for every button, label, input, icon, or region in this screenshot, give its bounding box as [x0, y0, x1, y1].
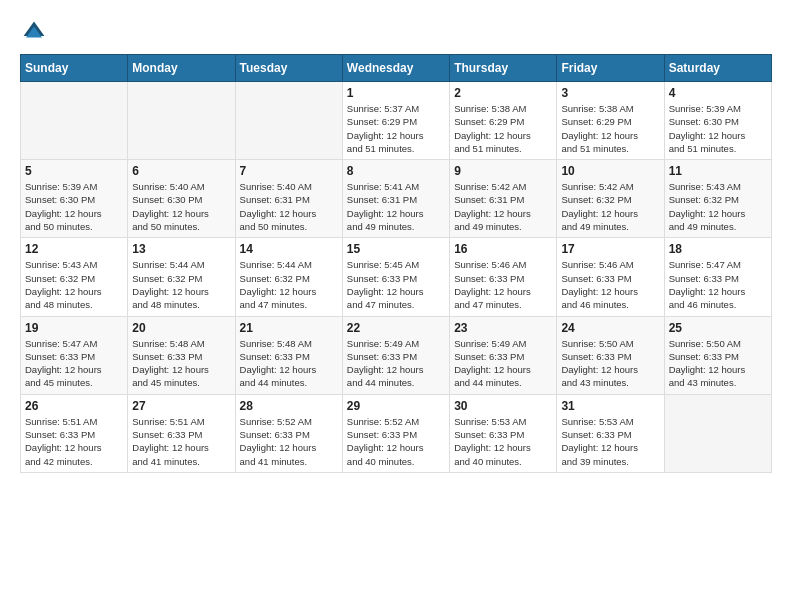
- calendar-cell: [21, 82, 128, 160]
- day-number: 24: [561, 321, 659, 335]
- day-info: Sunrise: 5:42 AM Sunset: 6:32 PM Dayligh…: [561, 180, 659, 233]
- weekday-header-tuesday: Tuesday: [235, 55, 342, 82]
- calendar-cell: 7Sunrise: 5:40 AM Sunset: 6:31 PM Daylig…: [235, 160, 342, 238]
- calendar-cell: 17Sunrise: 5:46 AM Sunset: 6:33 PM Dayli…: [557, 238, 664, 316]
- day-info: Sunrise: 5:38 AM Sunset: 6:29 PM Dayligh…: [561, 102, 659, 155]
- day-info: Sunrise: 5:43 AM Sunset: 6:32 PM Dayligh…: [25, 258, 123, 311]
- calendar-cell: 9Sunrise: 5:42 AM Sunset: 6:31 PM Daylig…: [450, 160, 557, 238]
- calendar-cell: 24Sunrise: 5:50 AM Sunset: 6:33 PM Dayli…: [557, 316, 664, 394]
- day-number: 25: [669, 321, 767, 335]
- calendar-cell: 15Sunrise: 5:45 AM Sunset: 6:33 PM Dayli…: [342, 238, 449, 316]
- day-number: 28: [240, 399, 338, 413]
- day-number: 12: [25, 242, 123, 256]
- day-number: 14: [240, 242, 338, 256]
- day-info: Sunrise: 5:51 AM Sunset: 6:33 PM Dayligh…: [132, 415, 230, 468]
- weekday-header-monday: Monday: [128, 55, 235, 82]
- day-info: Sunrise: 5:46 AM Sunset: 6:33 PM Dayligh…: [561, 258, 659, 311]
- day-info: Sunrise: 5:48 AM Sunset: 6:33 PM Dayligh…: [132, 337, 230, 390]
- calendar-cell: 8Sunrise: 5:41 AM Sunset: 6:31 PM Daylig…: [342, 160, 449, 238]
- day-info: Sunrise: 5:50 AM Sunset: 6:33 PM Dayligh…: [669, 337, 767, 390]
- day-info: Sunrise: 5:46 AM Sunset: 6:33 PM Dayligh…: [454, 258, 552, 311]
- calendar-cell: [664, 394, 771, 472]
- day-info: Sunrise: 5:52 AM Sunset: 6:33 PM Dayligh…: [240, 415, 338, 468]
- day-info: Sunrise: 5:53 AM Sunset: 6:33 PM Dayligh…: [454, 415, 552, 468]
- day-number: 10: [561, 164, 659, 178]
- day-number: 4: [669, 86, 767, 100]
- calendar-cell: 12Sunrise: 5:43 AM Sunset: 6:32 PM Dayli…: [21, 238, 128, 316]
- calendar-cell: 3Sunrise: 5:38 AM Sunset: 6:29 PM Daylig…: [557, 82, 664, 160]
- calendar-cell: 2Sunrise: 5:38 AM Sunset: 6:29 PM Daylig…: [450, 82, 557, 160]
- calendar-cell: 18Sunrise: 5:47 AM Sunset: 6:33 PM Dayli…: [664, 238, 771, 316]
- day-number: 5: [25, 164, 123, 178]
- calendar-cell: 27Sunrise: 5:51 AM Sunset: 6:33 PM Dayli…: [128, 394, 235, 472]
- calendar-cell: 22Sunrise: 5:49 AM Sunset: 6:33 PM Dayli…: [342, 316, 449, 394]
- day-info: Sunrise: 5:50 AM Sunset: 6:33 PM Dayligh…: [561, 337, 659, 390]
- day-info: Sunrise: 5:38 AM Sunset: 6:29 PM Dayligh…: [454, 102, 552, 155]
- day-info: Sunrise: 5:39 AM Sunset: 6:30 PM Dayligh…: [669, 102, 767, 155]
- day-number: 21: [240, 321, 338, 335]
- day-number: 11: [669, 164, 767, 178]
- calendar-week-row: 26Sunrise: 5:51 AM Sunset: 6:33 PM Dayli…: [21, 394, 772, 472]
- calendar-cell: 23Sunrise: 5:49 AM Sunset: 6:33 PM Dayli…: [450, 316, 557, 394]
- logo: [20, 20, 46, 44]
- day-number: 17: [561, 242, 659, 256]
- day-number: 23: [454, 321, 552, 335]
- day-number: 31: [561, 399, 659, 413]
- day-number: 7: [240, 164, 338, 178]
- calendar-cell: 4Sunrise: 5:39 AM Sunset: 6:30 PM Daylig…: [664, 82, 771, 160]
- calendar-cell: 31Sunrise: 5:53 AM Sunset: 6:33 PM Dayli…: [557, 394, 664, 472]
- day-number: 26: [25, 399, 123, 413]
- calendar-cell: 21Sunrise: 5:48 AM Sunset: 6:33 PM Dayli…: [235, 316, 342, 394]
- weekday-header-wednesday: Wednesday: [342, 55, 449, 82]
- day-number: 16: [454, 242, 552, 256]
- day-info: Sunrise: 5:52 AM Sunset: 6:33 PM Dayligh…: [347, 415, 445, 468]
- day-info: Sunrise: 5:40 AM Sunset: 6:31 PM Dayligh…: [240, 180, 338, 233]
- calendar-cell: 13Sunrise: 5:44 AM Sunset: 6:32 PM Dayli…: [128, 238, 235, 316]
- day-info: Sunrise: 5:44 AM Sunset: 6:32 PM Dayligh…: [132, 258, 230, 311]
- calendar-cell: 25Sunrise: 5:50 AM Sunset: 6:33 PM Dayli…: [664, 316, 771, 394]
- calendar-cell: 1Sunrise: 5:37 AM Sunset: 6:29 PM Daylig…: [342, 82, 449, 160]
- day-number: 9: [454, 164, 552, 178]
- calendar-cell: 10Sunrise: 5:42 AM Sunset: 6:32 PM Dayli…: [557, 160, 664, 238]
- day-number: 13: [132, 242, 230, 256]
- calendar-cell: 19Sunrise: 5:47 AM Sunset: 6:33 PM Dayli…: [21, 316, 128, 394]
- weekday-header-saturday: Saturday: [664, 55, 771, 82]
- day-number: 20: [132, 321, 230, 335]
- day-info: Sunrise: 5:53 AM Sunset: 6:33 PM Dayligh…: [561, 415, 659, 468]
- calendar-cell: 26Sunrise: 5:51 AM Sunset: 6:33 PM Dayli…: [21, 394, 128, 472]
- weekday-header-sunday: Sunday: [21, 55, 128, 82]
- day-number: 15: [347, 242, 445, 256]
- day-info: Sunrise: 5:41 AM Sunset: 6:31 PM Dayligh…: [347, 180, 445, 233]
- day-number: 18: [669, 242, 767, 256]
- day-info: Sunrise: 5:51 AM Sunset: 6:33 PM Dayligh…: [25, 415, 123, 468]
- day-info: Sunrise: 5:37 AM Sunset: 6:29 PM Dayligh…: [347, 102, 445, 155]
- day-info: Sunrise: 5:47 AM Sunset: 6:33 PM Dayligh…: [25, 337, 123, 390]
- calendar-week-row: 12Sunrise: 5:43 AM Sunset: 6:32 PM Dayli…: [21, 238, 772, 316]
- day-number: 3: [561, 86, 659, 100]
- calendar-table: SundayMondayTuesdayWednesdayThursdayFrid…: [20, 54, 772, 473]
- calendar-cell: 28Sunrise: 5:52 AM Sunset: 6:33 PM Dayli…: [235, 394, 342, 472]
- logo-icon: [22, 20, 46, 44]
- day-number: 22: [347, 321, 445, 335]
- day-number: 1: [347, 86, 445, 100]
- weekday-header-thursday: Thursday: [450, 55, 557, 82]
- day-number: 6: [132, 164, 230, 178]
- day-number: 29: [347, 399, 445, 413]
- day-number: 2: [454, 86, 552, 100]
- calendar-header-row: SundayMondayTuesdayWednesdayThursdayFrid…: [21, 55, 772, 82]
- day-info: Sunrise: 5:49 AM Sunset: 6:33 PM Dayligh…: [347, 337, 445, 390]
- calendar-cell: [235, 82, 342, 160]
- calendar-cell: [128, 82, 235, 160]
- day-info: Sunrise: 5:43 AM Sunset: 6:32 PM Dayligh…: [669, 180, 767, 233]
- calendar-week-row: 19Sunrise: 5:47 AM Sunset: 6:33 PM Dayli…: [21, 316, 772, 394]
- calendar-cell: 5Sunrise: 5:39 AM Sunset: 6:30 PM Daylig…: [21, 160, 128, 238]
- day-info: Sunrise: 5:44 AM Sunset: 6:32 PM Dayligh…: [240, 258, 338, 311]
- day-info: Sunrise: 5:39 AM Sunset: 6:30 PM Dayligh…: [25, 180, 123, 233]
- day-info: Sunrise: 5:40 AM Sunset: 6:30 PM Dayligh…: [132, 180, 230, 233]
- page-header: [20, 20, 772, 44]
- day-info: Sunrise: 5:45 AM Sunset: 6:33 PM Dayligh…: [347, 258, 445, 311]
- weekday-header-friday: Friday: [557, 55, 664, 82]
- calendar-week-row: 1Sunrise: 5:37 AM Sunset: 6:29 PM Daylig…: [21, 82, 772, 160]
- day-info: Sunrise: 5:42 AM Sunset: 6:31 PM Dayligh…: [454, 180, 552, 233]
- calendar-cell: 16Sunrise: 5:46 AM Sunset: 6:33 PM Dayli…: [450, 238, 557, 316]
